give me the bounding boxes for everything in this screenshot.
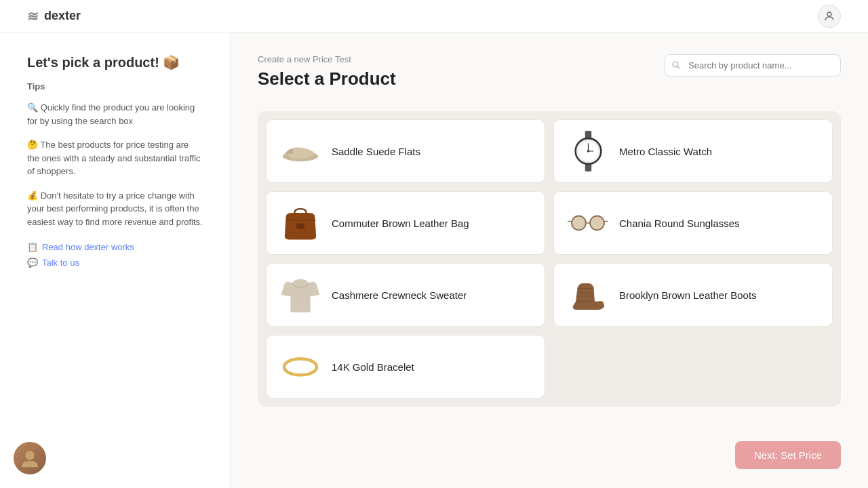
svg-rect-11 — [296, 223, 304, 229]
chat-icon: 💬 — [27, 258, 38, 268]
product-image-saddle-suede-flats — [280, 131, 321, 171]
content-area: Create a new Price Test Select a Product — [231, 33, 868, 488]
product-name-chania-round-sunglasses: Chania Round Sunglasses — [619, 218, 740, 229]
avatar-image — [14, 442, 46, 474]
product-name-cashmere-sweater: Cashmere Crewneck Sweater — [332, 289, 467, 301]
content-titles: Create a new Price Test Select a Product — [258, 54, 396, 106]
svg-point-1 — [673, 62, 678, 67]
product-image-brooklyn-boots — [568, 274, 608, 315]
tip-1-text: Quickly find the product you are looking… — [27, 102, 195, 126]
logo-icon: ≋ — [27, 8, 39, 24]
svg-point-13 — [590, 216, 604, 230]
tip-2-text: The best products for price testing are … — [27, 140, 201, 176]
search-wrapper — [665, 54, 841, 77]
talk-to-us-label: Talk to us — [42, 258, 79, 268]
svg-point-12 — [572, 216, 586, 230]
tip-3-text: Don't hesitate to try a price change wit… — [27, 190, 203, 227]
products-grid: Saddle Suede Flats Metro Classic Watch — [258, 111, 841, 407]
read-how-link[interactable]: 📋 Read how dexter works — [27, 242, 203, 252]
product-name-saddle-suede-flats: Saddle Suede Flats — [332, 146, 420, 157]
search-icon — [671, 60, 680, 71]
tip-2-icon: 🤔 — [27, 140, 40, 150]
tip-1: 🔍 Quickly find the product you are looki… — [27, 101, 203, 127]
product-name-brooklyn-boots: Brooklyn Brown Leather Boots — [619, 289, 757, 301]
book-icon: 📋 — [27, 242, 38, 252]
svg-point-16 — [25, 451, 34, 460]
user-avatar — [14, 442, 46, 474]
main-layout: Let's pick a product! 📦 Tips 🔍 Quickly f… — [0, 33, 868, 488]
svg-point-10 — [587, 150, 589, 152]
content-subtitle: Create a new Price Test — [258, 54, 396, 64]
product-image-metro-classic-watch — [568, 131, 608, 171]
grid-spacer — [553, 335, 833, 399]
product-card-brooklyn-boots[interactable]: Brooklyn Brown Leather Boots — [553, 263, 833, 327]
sidebar-title: Let's pick a product! 📦 — [27, 54, 203, 70]
next-set-price-button[interactable]: Next: Set Price — [735, 441, 841, 469]
product-card-gold-bracelet[interactable]: 14K Gold Bracelet — [266, 335, 545, 399]
product-card-cashmere-sweater[interactable]: Cashmere Crewneck Sweater — [266, 263, 545, 327]
read-how-label: Read how dexter works — [42, 242, 134, 252]
product-name-gold-bracelet: 14K Gold Bracelet — [332, 361, 414, 373]
user-avatar-button[interactable] — [818, 5, 841, 28]
logo-text: dexter — [44, 9, 81, 23]
product-image-gold-bracelet — [280, 346, 321, 387]
sidebar-links: 📋 Read how dexter works 💬 Talk to us — [27, 242, 203, 268]
tip-3-icon: 💰 — [27, 190, 41, 201]
tips-label: Tips — [27, 81, 203, 92]
product-name-metro-classic-watch: Metro Classic Watch — [619, 146, 712, 157]
tip-1-icon: 🔍 — [27, 102, 41, 113]
product-card-chania-round-sunglasses[interactable]: Chania Round Sunglasses — [553, 191, 833, 255]
product-image-cashmere-sweater — [280, 274, 321, 315]
content-title: Select a Product — [258, 68, 396, 89]
sidebar: Let's pick a product! 📦 Tips 🔍 Quickly f… — [0, 33, 231, 488]
product-image-commuter-leather-bag — [280, 203, 321, 243]
product-card-saddle-suede-flats[interactable]: Saddle Suede Flats — [266, 119, 545, 183]
product-name-commuter-leather-bag: Commuter Brown Leather Bag — [332, 218, 469, 229]
svg-point-15 — [284, 359, 317, 375]
content-header: Create a new Price Test Select a Product — [258, 54, 841, 106]
logo: ≋ dexter — [27, 8, 81, 24]
product-image-chania-round-sunglasses — [568, 203, 608, 243]
tip-3: 💰 Don't hesitate to try a price change w… — [27, 189, 203, 229]
talk-to-us-link[interactable]: 💬 Talk to us — [27, 258, 203, 268]
tip-2: 🤔 The best products for price testing ar… — [27, 138, 203, 178]
product-card-commuter-leather-bag[interactable]: Commuter Brown Leather Bag — [266, 191, 545, 255]
header: ≋ dexter — [0, 0, 868, 33]
svg-point-0 — [827, 12, 831, 16]
product-card-metro-classic-watch[interactable]: Metro Classic Watch — [553, 119, 833, 183]
svg-line-2 — [677, 66, 679, 68]
search-input[interactable] — [665, 54, 841, 77]
